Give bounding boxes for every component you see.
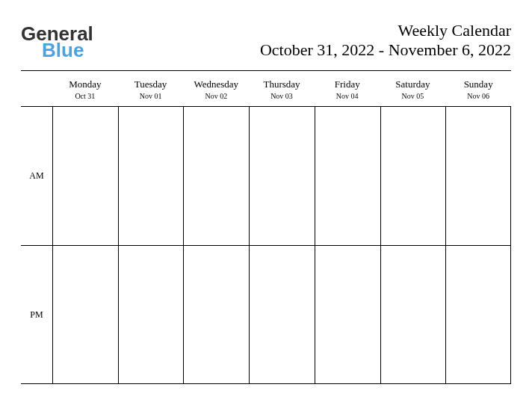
time-label-am: AM	[21, 106, 52, 245]
weekday-date: Nov 05	[380, 92, 446, 100]
weekday-date: Nov 02	[183, 92, 249, 100]
weekday-date: Nov 06	[445, 92, 511, 100]
calendar-cell	[445, 245, 511, 384]
weekday-date: Oct 31	[52, 92, 118, 100]
weekday-col: Sunday Nov 06	[445, 78, 511, 100]
calendar-cell	[315, 245, 380, 384]
title-block: Weekly Calendar October 31, 2022 - Novem…	[260, 21, 511, 60]
calendar-cell	[380, 106, 446, 245]
weekday-name: Sunday	[445, 78, 511, 90]
weekday-name: Saturday	[380, 78, 446, 90]
calendar-cell	[118, 245, 184, 384]
calendar-cell	[249, 106, 315, 245]
brand-logo: General Blue	[21, 21, 93, 60]
weekday-col: Wednesday Nov 02	[183, 78, 249, 100]
calendar-cell	[118, 106, 184, 245]
calendar-cell	[445, 106, 511, 245]
weekday-date: Nov 03	[249, 92, 315, 100]
weekday-date: Nov 01	[118, 92, 184, 100]
weekday-date: Nov 04	[315, 92, 380, 100]
weekday-name: Thursday	[249, 78, 315, 90]
weekday-col: Saturday Nov 05	[380, 78, 446, 100]
calendar-cell	[183, 245, 249, 384]
weekday-col: Friday Nov 04	[315, 78, 380, 100]
calendar-body: AM PM	[21, 106, 511, 384]
date-range: October 31, 2022 - November 6, 2022	[260, 40, 511, 60]
calendar-cell	[183, 106, 249, 245]
calendar-cell	[380, 245, 446, 384]
calendar-cell	[315, 106, 380, 245]
weekday-col: Thursday Nov 03	[249, 78, 315, 100]
weekday-name: Tuesday	[118, 78, 184, 90]
calendar-cell	[52, 106, 118, 245]
weekday-col: Monday Oct 31	[52, 78, 118, 100]
weekday-col: Tuesday Nov 01	[118, 78, 184, 100]
gutter-spacer	[21, 78, 52, 100]
time-label-pm: PM	[21, 245, 52, 384]
weekday-header-row: Monday Oct 31 Tuesday Nov 01 Wednesday N…	[21, 71, 511, 106]
weekday-name: Wednesday	[183, 78, 249, 90]
weekday-name: Friday	[315, 78, 380, 90]
header: General Blue Weekly Calendar October 31,…	[21, 21, 511, 71]
weekday-name: Monday	[52, 78, 118, 90]
page-title: Weekly Calendar	[260, 21, 511, 40]
calendar-cell	[52, 245, 118, 384]
calendar-cell	[249, 245, 315, 384]
